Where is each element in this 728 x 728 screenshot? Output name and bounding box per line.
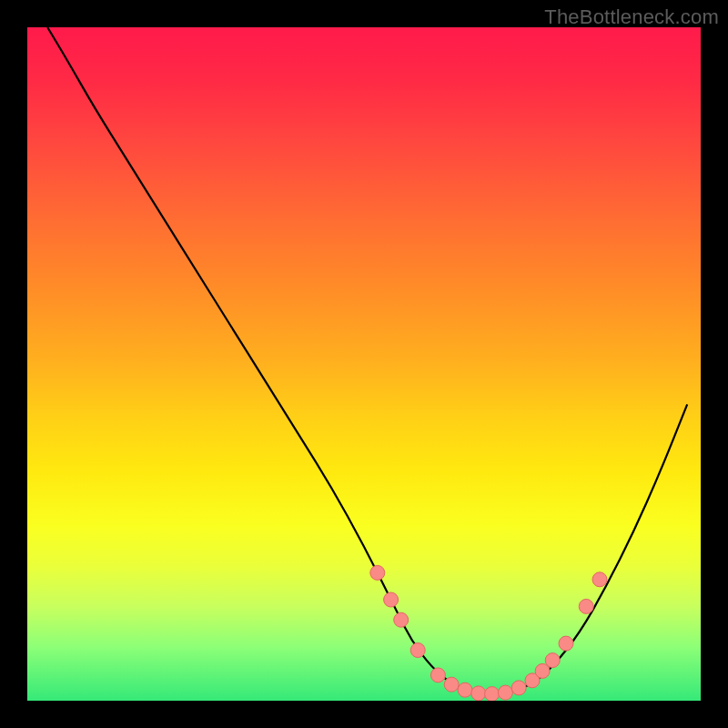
- data-marker: [370, 565, 385, 580]
- chart-frame: TheBottleneck.com: [0, 0, 728, 728]
- chart-svg: [27, 27, 701, 701]
- data-marker: [394, 612, 409, 627]
- data-marker: [471, 686, 486, 701]
- data-marker: [430, 668, 445, 682]
- watermark-text: TheBottleneck.com: [544, 5, 719, 29]
- data-marker: [458, 682, 472, 697]
- data-marker: [579, 599, 593, 613]
- data-marker: [511, 681, 526, 695]
- data-marker: [498, 685, 512, 700]
- curve-path: [47, 27, 687, 693]
- data-marker: [592, 572, 607, 587]
- data-marker: [559, 636, 573, 651]
- data-marker: [444, 677, 459, 692]
- data-marker: [545, 653, 560, 668]
- data-marker: [410, 643, 425, 658]
- data-marker: [384, 592, 399, 607]
- data-marker: [485, 687, 500, 701]
